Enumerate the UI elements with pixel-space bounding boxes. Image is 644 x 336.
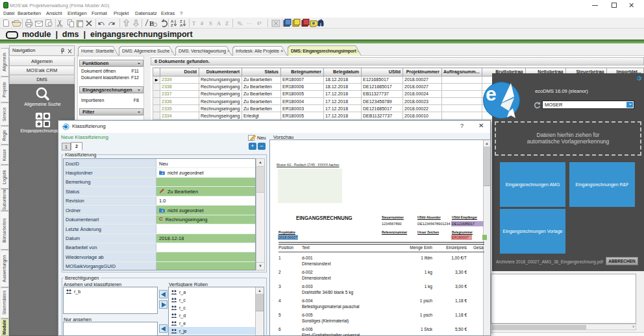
svg-text:#: # [201,20,204,27]
svg-text:%: % [238,20,242,27]
svg-text:T: T [192,20,196,27]
svg-text:A: A [217,20,221,27]
svg-text:A: A [180,23,183,27]
svg-text:···: ··· [247,20,253,27]
svg-text:Z: Z [171,23,173,27]
svg-text:Z: Z [225,20,229,27]
svg-text:¢¹: ¢¹ [257,20,262,27]
svg-text:S: S [209,20,212,27]
